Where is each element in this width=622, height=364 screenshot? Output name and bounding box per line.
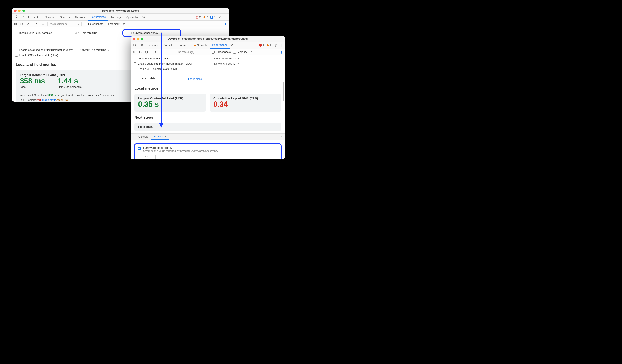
minimize-icon[interactable] (137, 37, 139, 40)
svg-point-11 (225, 23, 226, 24)
lcp-local-sub: Local (20, 85, 45, 89)
warning-badge[interactable]: 2 (203, 16, 208, 18)
error-badge[interactable]: ✕2 (195, 16, 201, 18)
more-tabs-icon[interactable] (142, 15, 146, 19)
svg-point-15 (275, 45, 276, 46)
svg-point-5 (226, 17, 226, 17)
tab-network[interactable]: Network (73, 14, 88, 21)
perf-settings-gear-icon[interactable] (279, 50, 283, 54)
network-throttling-dropdown[interactable]: Fast 4G (226, 62, 238, 65)
svg-rect-13 (139, 44, 141, 46)
perf-toolbar: (no recordings) ▾ Screenshots Memory (131, 49, 285, 55)
tab-performance[interactable]: Performance (88, 14, 108, 21)
window-title: DevTools - emscripten-dbg-stories.netlif… (131, 37, 285, 40)
clear-icon[interactable] (26, 22, 30, 26)
disable-js-checkbox[interactable]: Disable JavaScript samples (15, 31, 69, 35)
gear-icon[interactable] (218, 15, 222, 19)
cpu-label: CPU: (75, 31, 81, 35)
svg-point-17 (282, 45, 282, 45)
close-icon[interactable]: ✕ (164, 135, 167, 138)
upload-icon[interactable] (154, 50, 157, 54)
trash-icon[interactable] (250, 50, 253, 54)
drawer-close-icon[interactable]: ✕ (280, 135, 284, 139)
recordings-dropdown[interactable]: (no recordings) ▾ (50, 22, 79, 25)
download-icon[interactable] (41, 22, 45, 26)
perf-toolbar: (no recordings) ▾ Screenshots Memory (12, 21, 229, 27)
cpu-throttling-dropdown[interactable]: No throttling (83, 31, 100, 35)
network-throttling-dropdown[interactable]: No throttling (92, 48, 109, 52)
tab-sources[interactable]: Sources (176, 42, 191, 49)
hw-sensor-sub: Override the value reported by navigator… (143, 149, 218, 152)
disable-js-checkbox[interactable]: Disable JavaScript samples (134, 57, 208, 60)
svg-point-23 (281, 52, 282, 53)
learn-more-link[interactable]: Learn more (188, 77, 202, 80)
close-icon[interactable] (14, 10, 17, 12)
record-icon[interactable] (132, 50, 136, 54)
hw-concurrency-checkbox[interactable] (138, 147, 141, 150)
device-icon[interactable] (139, 43, 143, 47)
upload-icon[interactable] (35, 22, 39, 26)
zoom-icon[interactable] (141, 37, 143, 40)
drawer-tab-console[interactable]: Console (136, 134, 151, 140)
tab-sources[interactable]: Sources (58, 14, 72, 21)
hw-concurrency-input[interactable] (160, 32, 169, 35)
lcp-value: 0.35 s (138, 100, 202, 109)
tab-network[interactable]: Network (192, 42, 209, 49)
info-badge[interactable]: ❚3 (210, 16, 215, 18)
hw-concurrency-input[interactable] (143, 155, 156, 160)
zoom-icon[interactable] (22, 10, 25, 12)
svg-point-26 (134, 137, 134, 138)
extension-data-checkbox[interactable]: Extension data (134, 77, 187, 80)
recordings-dropdown[interactable]: (no recordings) ▾ (177, 51, 207, 54)
reload-icon[interactable] (20, 22, 23, 26)
device-icon[interactable] (20, 15, 24, 19)
adv-paint-checkbox[interactable]: Enable advanced paint instrumentation (s… (15, 48, 73, 52)
tab-performance[interactable]: Performance (210, 42, 230, 49)
perf-settings-gear-icon[interactable] (224, 22, 227, 26)
download-icon[interactable] (160, 50, 163, 54)
more-tabs-icon[interactable] (231, 43, 234, 47)
drawer: Console Sensors✕ ✕ Hardware concurrency … (131, 133, 285, 160)
inspect-icon[interactable] (133, 43, 137, 47)
lcp-field-value: 1.44 s (58, 77, 82, 85)
reload-icon[interactable] (138, 50, 142, 54)
record-icon[interactable] (14, 22, 17, 26)
svg-rect-1 (20, 16, 23, 18)
close-icon[interactable] (133, 37, 135, 40)
drawer-tab-sensors[interactable]: Sensors✕ (151, 134, 169, 140)
drawer-kebab-icon[interactable] (132, 135, 136, 139)
field-data-card: Field data (134, 123, 281, 131)
tab-elements[interactable]: Elements (26, 14, 42, 21)
css-stats-checkbox[interactable]: Enable CSS selector stats (slow) (134, 67, 208, 71)
tab-memory[interactable]: Memory (109, 14, 123, 21)
home-icon[interactable] (169, 50, 172, 54)
screenshots-checkbox[interactable]: Screenshots (212, 50, 231, 54)
inspect-icon[interactable] (15, 15, 18, 19)
scrollbar-thumb[interactable] (283, 82, 284, 101)
clear-icon[interactable] (145, 50, 148, 54)
kebab-icon[interactable] (280, 43, 284, 47)
tab-elements[interactable]: Elements (144, 42, 160, 49)
warning-badge[interactable]: 1 (267, 44, 271, 47)
kebab-icon[interactable] (224, 15, 228, 19)
tab-console[interactable]: Console (42, 14, 57, 21)
memory-checkbox[interactable]: Memory (106, 22, 119, 25)
svg-rect-2 (23, 16, 24, 18)
minimize-icon[interactable] (18, 10, 21, 12)
window-title: DevTools - www.google.com/ (12, 9, 229, 12)
titlebar[interactable]: DevTools - www.google.com/ (12, 8, 229, 14)
gear-icon[interactable] (274, 43, 277, 47)
memory-checkbox[interactable]: Memory (233, 50, 247, 54)
error-badge[interactable]: ✕1 (259, 44, 264, 47)
adv-paint-checkbox[interactable]: Enable advanced paint instrumentation (s… (134, 62, 208, 65)
tab-console[interactable]: Console (161, 42, 176, 49)
cls-value: 0.34 (213, 100, 277, 109)
css-stats-checkbox[interactable]: Enable CSS selector stats (slow) (15, 54, 69, 57)
tab-application[interactable]: Application (124, 14, 142, 21)
hw-concurrency-checkbox[interactable]: Hardware concurrency (125, 31, 179, 35)
titlebar[interactable]: DevTools - emscripten-dbg-stories.netlif… (131, 36, 285, 42)
cpu-throttling-dropdown[interactable]: No throttling (222, 57, 239, 60)
trash-icon[interactable] (122, 22, 126, 26)
screenshots-checkbox[interactable]: Screenshots (84, 22, 103, 25)
svg-point-6 (226, 18, 226, 18)
